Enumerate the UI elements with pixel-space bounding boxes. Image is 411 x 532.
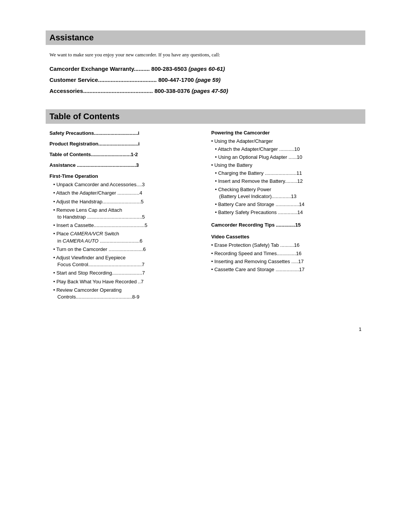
toc-charging-battery: Charging the Battery ...................…	[211, 170, 362, 177]
toc-first-time-section: First-Time Operation Unpack Camcorder an…	[49, 173, 200, 300]
toc-powering-group: Powering the Camcorder Using the Adapter…	[211, 130, 362, 216]
toc-using-battery: Using the Battery	[211, 162, 362, 169]
toc-attach-adapter: Attach the Adapter/Charger ...........10	[211, 146, 362, 153]
contact-service-pageref: (page 59)	[196, 77, 221, 83]
toc-item-playback: Play Back What You Have Recorded ..7	[49, 278, 200, 285]
page-footer: 1	[46, 326, 365, 332]
toc-inserting-cassettes: Inserting and Removing Cassettes .....17	[211, 258, 362, 265]
contact-accessories-label: Accessories.............................…	[49, 88, 155, 94]
contact-warranty-pageref: (pages 60-61)	[188, 66, 225, 72]
assistance-intro: We want to make sure you enjoy your new …	[46, 51, 365, 59]
toc-item-start-stop: Start and Stop Recording................…	[49, 270, 200, 276]
toc-safety-precautions: Safety Precautions......................…	[49, 130, 200, 137]
toc-item-handstrap: Adjust the Handstrap....................…	[49, 198, 200, 205]
toc-item-unpack: Unpack Camcorder and Accessories....3	[49, 181, 200, 188]
toc-video-cassettes-group: Video Cassettes Erase Protection (Safety…	[211, 234, 362, 273]
toc-recording-tips-title: Camcorder Recording Tips ..............1…	[211, 222, 362, 228]
contact-service-number: 800-447-1700	[158, 77, 194, 83]
assistance-section: Assistance We want to make sure you enjo…	[46, 30, 365, 94]
toc-item-viewfinder: Adjust Viewfinder and Eyepiece Focus Con…	[49, 254, 200, 268]
contact-accessories-number: 800-338-0376	[155, 88, 190, 94]
contact-warranty-label: Camcorder Exchange Warranty..........	[49, 66, 151, 72]
toc-video-cassettes-title: Video Cassettes	[211, 234, 362, 240]
contact-service-label: Customer Service........................…	[49, 77, 158, 83]
toc-item-turn-on: Turn on the Camcorder ..................…	[49, 246, 200, 253]
assistance-title: Assistance	[49, 33, 362, 43]
toc-powering-title: Powering the Camcorder	[211, 130, 362, 136]
toc-assistance: Assistance .............................…	[49, 162, 200, 169]
toc-header: Table of Contents	[46, 109, 365, 124]
toc-item-attach-charger: Attach the Adapter/Charger .............…	[49, 190, 200, 197]
contact-warranty-number: 800-283-6503	[151, 66, 187, 72]
toc-cassette-care: Cassette Care and Storage ..............…	[211, 266, 362, 273]
toc-recording-tips-group: Camcorder Recording Tips ..............1…	[211, 222, 362, 228]
toc-item-review: Review Camcorder Operating Controls.....…	[49, 287, 200, 300]
toc-battery-safety: Battery Safety Precautions .............…	[211, 209, 362, 216]
contact-accessories: Accessories.............................…	[46, 88, 365, 94]
contact-warranty: Camcorder Exchange Warranty.......... 80…	[46, 66, 365, 72]
toc-optional-plug: Using an Optional Plug Adapter ......10	[211, 154, 362, 161]
contact-service: Customer Service........................…	[46, 77, 365, 83]
assistance-header: Assistance	[46, 30, 365, 45]
toc-title: Table of Contents	[49, 112, 362, 121]
toc-erase-protection: Erase Protection (Safety) Tab ..........…	[211, 242, 362, 249]
toc-right-column: Powering the Camcorder Using the Adapter…	[211, 130, 362, 304]
toc-item-cassette: Insert a Cassette.......................…	[49, 222, 200, 229]
toc-body: Safety Precautions......................…	[46, 130, 365, 304]
toc-checking-battery: Checking Battery Power (Battery Level In…	[211, 186, 362, 200]
toc-product-registration: Product Registration....................…	[49, 141, 200, 147]
toc-table-of-contents: Table of Contents.......................…	[49, 151, 200, 158]
toc-section: Table of Contents Safety Precautions....…	[46, 109, 365, 304]
toc-insert-remove-battery: Insert and Remove the Battery.........12	[211, 178, 362, 185]
toc-item-lens-cap: Remove Lens Cap and Attach to Handstrap …	[49, 207, 200, 220]
contact-accessories-pageref: (pages 47-50)	[192, 88, 228, 94]
toc-item-camera-vcr: Place CAMERA/VCR Switch in CAMERA AUTO .…	[49, 230, 200, 244]
page-number: 1	[359, 326, 362, 332]
toc-left-column: Safety Precautions......................…	[49, 130, 200, 304]
toc-first-time-title: First-Time Operation	[49, 173, 200, 179]
toc-battery-care: Battery Care and Storage ...............…	[211, 201, 362, 208]
toc-recording-speed: Recording Speed and Times..............1…	[211, 250, 362, 257]
toc-using-adapter: Using the Adapter/Charger	[211, 138, 362, 145]
